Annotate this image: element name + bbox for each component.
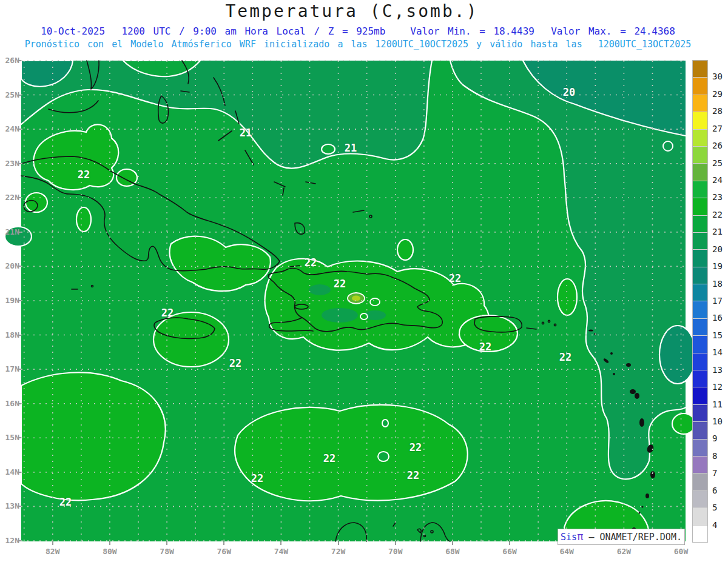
lat-tick <box>18 95 21 96</box>
colorbar-number: 18 <box>712 279 728 289</box>
contour-value-label: 22 <box>334 278 346 290</box>
colorbar-block <box>693 216 707 233</box>
colorbar-block <box>693 405 707 422</box>
lat-tick <box>18 197 21 198</box>
colorbar-number: 8 <box>712 451 728 461</box>
colorbar-number: 17 <box>712 296 728 306</box>
lon-label: 70W <box>382 547 409 556</box>
lat-tick <box>18 60 21 61</box>
lat-label: 18N <box>1 330 19 340</box>
lon-tick <box>452 541 453 545</box>
colorbar-number: 13 <box>712 365 728 375</box>
lon-tick <box>509 541 510 545</box>
lat-label: 23N <box>1 159 19 168</box>
lat-label: 12N <box>1 536 19 545</box>
colorbar-block <box>693 422 707 439</box>
colorbar-block <box>693 508 707 525</box>
lat-tick <box>18 369 21 370</box>
lon-label: 66W <box>496 547 523 556</box>
lon-tick <box>166 541 167 545</box>
colorbar-number: 15 <box>712 330 728 340</box>
colorbar-block <box>693 267 707 284</box>
lon-tick <box>52 541 53 545</box>
contour-value-label: 22 <box>229 357 241 369</box>
colorbar-block <box>693 250 707 267</box>
contour-value-label: 21 <box>345 142 357 154</box>
lat-tick <box>18 232 21 233</box>
lat-label: 17N <box>1 364 19 373</box>
colorbar-number: 11 <box>712 400 728 409</box>
weather-map-page: Temperatura (C,somb.) 10-Oct-2025 1200 U… <box>0 0 728 562</box>
contour-value-label: 22 <box>407 469 419 481</box>
lat-label: 25N <box>1 90 19 99</box>
colorbar-number: 20 <box>712 244 728 254</box>
colorbar-number: 29 <box>712 89 728 99</box>
colorbar-block <box>693 95 707 112</box>
contour-value-label: 22 <box>449 272 461 284</box>
colorbar-block <box>693 370 707 387</box>
colorbar-block <box>693 526 707 542</box>
contour-value-label: 22 <box>161 307 174 319</box>
colorbar-block <box>693 491 707 508</box>
lon-label: 72W <box>325 547 352 556</box>
contour-value-label: 21 <box>240 127 252 139</box>
colorbar-number: 16 <box>712 313 728 323</box>
colorbar-block <box>693 301 707 318</box>
lat-label: 13N <box>1 501 19 510</box>
lat-tick <box>18 403 21 404</box>
lat-tick <box>18 266 21 267</box>
lon-label: 74W <box>268 547 294 556</box>
lon-tick <box>338 541 339 545</box>
lat-label: 15N <box>1 433 19 442</box>
lat-tick <box>18 437 21 438</box>
colorbar-number: 10 <box>712 416 728 426</box>
pi-symbol: π <box>577 532 583 541</box>
colorbar-number: 25 <box>712 158 728 168</box>
colorbar-number: 26 <box>712 141 728 150</box>
colorbar-block <box>693 336 707 353</box>
colorbar-block <box>693 440 707 457</box>
lat-label: 16N <box>1 399 19 408</box>
colorbar-number: 5 <box>712 503 728 512</box>
contour-value-label: 22 <box>251 472 263 484</box>
lon-label: 76W <box>211 547 237 556</box>
lat-tick <box>18 163 21 164</box>
lon-label: 78W <box>153 547 180 556</box>
contour-value-label: 22 <box>410 441 422 453</box>
lat-tick <box>18 129 21 130</box>
colorbar-block <box>693 61 707 78</box>
colorbar-number: 4 <box>712 520 728 530</box>
credit-box: Sisπ – ONAMET/REP.DOM. <box>558 529 685 545</box>
colorbar-block <box>693 130 707 147</box>
colorbar-block <box>693 387 707 404</box>
lat-tick <box>18 300 21 301</box>
lon-tick <box>223 541 224 545</box>
contour-value-label: 22 <box>78 169 90 181</box>
lat-tick <box>18 472 21 473</box>
credit-sis: Sis <box>561 532 577 543</box>
colorbar-number: 28 <box>712 106 728 116</box>
lon-label: 82W <box>39 547 66 556</box>
colorbar-number: 23 <box>712 192 728 202</box>
lat-label: 21N <box>1 227 19 236</box>
lon-tick <box>395 541 396 545</box>
lat-tick <box>18 335 21 336</box>
colorbar-block <box>693 457 707 473</box>
colorbar-block <box>693 164 707 181</box>
contour-value-label: 22 <box>59 496 72 508</box>
colorbar-block <box>693 181 707 198</box>
lon-label: 62W <box>610 547 637 556</box>
lat-tick <box>18 506 21 507</box>
lat-tick <box>18 540 21 541</box>
colorbar-block <box>693 233 707 250</box>
colorbar-number: 19 <box>712 261 728 271</box>
contour-value-label: 20 <box>563 86 575 98</box>
lon-label: 60W <box>668 547 695 556</box>
colorbar-number: 21 <box>712 227 728 236</box>
lon-tick <box>109 541 110 545</box>
colorbar-number: 22 <box>712 210 728 219</box>
lat-label: 22N <box>1 193 19 202</box>
colorbar-number: 14 <box>712 347 728 357</box>
colorbar-number: 9 <box>712 433 728 443</box>
map-canvas <box>0 0 728 562</box>
